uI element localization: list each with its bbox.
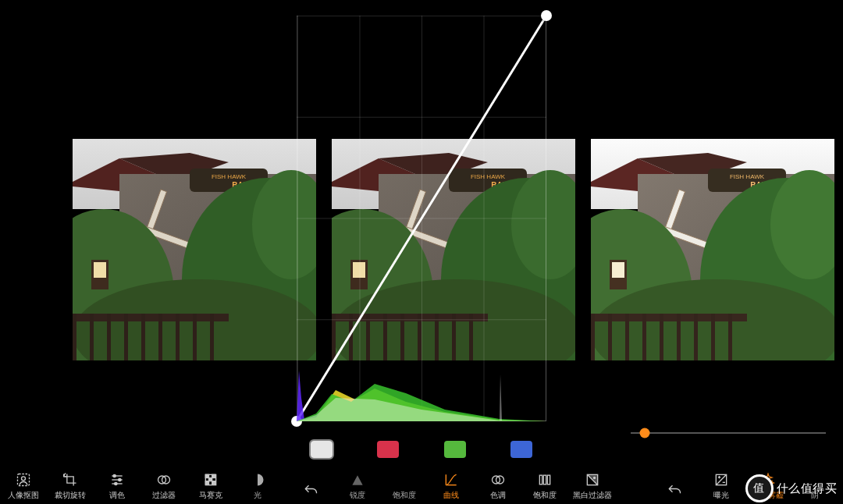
slider-thumb[interactable] [639,428,649,438]
tool-saturation-a[interactable]: 饱和度 [381,471,428,501]
tool-label: 调色 [109,490,125,501]
svg-text:FISH HAWK: FISH HAWK [212,173,247,180]
undo-icon [666,482,683,499]
svg-rect-21 [210,314,214,360]
tool-portrait-cutout[interactable]: 人像抠图 [0,471,47,501]
preview-edited[interactable]: FISH HAWK BAR [591,139,834,360]
svg-rect-23 [94,262,106,278]
slider-track [631,432,826,434]
bottom-toolbar: 人像抠图裁切旋转调色过滤器马赛克光 锐度饱和度曲线色调饱和度黑白过滤器 曝光去除… [0,468,843,501]
tool-mosaic[interactable]: 马赛克 [187,471,234,501]
svg-rect-91 [205,481,208,484]
svg-rect-77 [18,474,30,486]
tool-label: 光 [254,490,261,501]
curves-channel-picker [297,438,546,460]
dehaze-slider[interactable] [631,424,826,442]
tool-label: 色调 [490,490,506,501]
svg-rect-62 [608,314,612,360]
svg-rect-66 [677,314,681,360]
tool-undo[interactable] [287,471,334,501]
svg-rect-69 [728,314,732,360]
channel-swatch-green[interactable] [444,441,466,458]
tool-label: 去除雾霾 [752,490,784,501]
tool-dehaze[interactable]: 去除雾霾 [745,471,791,501]
contrast-square-icon [584,471,601,488]
tool-tune[interactable]: 调色 [94,471,140,501]
tool-light[interactable]: 光 [234,471,281,501]
svg-rect-96 [543,475,546,484]
half-circle-icon [249,471,266,488]
svg-rect-68 [711,314,715,360]
tool-label: 人像抠图 [8,490,39,501]
mosaic-icon [202,471,219,488]
svg-point-78 [22,477,26,481]
tool-exposure[interactable]: 曝光 [698,471,745,501]
rings-icon [489,471,507,488]
person-crop-icon [15,471,32,488]
svg-rect-95 [539,475,542,484]
tool-undo-right[interactable] [651,471,698,501]
tool-label: 饱和度 [393,490,416,501]
svg-rect-15 [107,314,111,360]
curves-knob-shadow[interactable] [291,416,302,427]
svg-point-99 [593,477,596,479]
svg-rect-16 [124,314,128,360]
tool-crop-rotate[interactable]: 裁切旋转 [47,471,94,501]
svg-rect-60 [591,314,747,321]
preview-original[interactable]: FISH HAWK BAR [73,139,316,360]
tool-label: 裁切旋转 [55,490,86,501]
svg-text:FISH HAWK: FISH HAWK [730,173,765,180]
tool-label: 曲线 [443,490,459,501]
exposure-icon [713,471,730,488]
svg-rect-61 [591,314,595,360]
triangle-icon [349,471,366,488]
svg-point-82 [113,474,116,477]
svg-rect-20 [193,314,197,360]
blank-icon [806,471,823,488]
tool-label: 饱和度 [533,490,557,501]
svg-point-84 [115,482,117,484]
svg-rect-14 [90,314,94,360]
curves-knob-highlight[interactable] [541,10,552,21]
crop-rotate-icon [62,471,79,488]
curve-icon [443,471,460,488]
undo-icon [302,482,319,499]
tool-curves[interactable]: 曲线 [428,471,475,501]
svg-rect-65 [660,314,663,360]
curves-grid[interactable] [297,16,546,421]
tool-label: 锐度 [350,490,365,501]
svg-rect-92 [212,481,215,484]
channel-swatch-blue[interactable] [510,441,532,458]
curves-editor[interactable] [297,16,546,421]
svg-rect-13 [73,314,76,360]
tool-label: 阴 [811,490,819,501]
svg-rect-71 [612,262,624,278]
tool-filter[interactable]: 过滤器 [140,471,187,501]
svg-rect-12 [73,314,229,321]
tool-bw-filter[interactable]: 黑白过滤器 [568,471,617,501]
tool-shadows[interactable]: 阴 [791,471,838,501]
svg-rect-63 [625,314,629,360]
svg-rect-67 [694,314,698,360]
tool-label: 曝光 [713,490,729,501]
tool-label: 黑白过滤器 [573,490,612,501]
tool-hue[interactable]: 色调 [475,471,521,501]
rings-icon [155,471,173,488]
columns-icon [536,471,553,488]
svg-rect-17 [141,314,145,360]
channel-swatch-white[interactable] [311,441,333,458]
channel-swatch-red[interactable] [377,441,399,458]
tool-sharpness[interactable]: 锐度 [334,471,381,501]
tool-label: 过滤器 [152,490,176,501]
svg-rect-97 [547,475,550,484]
blank-icon [396,471,413,488]
svg-rect-64 [642,314,646,360]
sparkle-icon [759,471,777,488]
svg-point-83 [119,478,121,481]
sliders-icon [108,471,126,488]
tool-saturation[interactable]: 饱和度 [521,471,568,501]
svg-rect-19 [176,314,180,360]
svg-rect-18 [158,314,162,360]
tool-label: 马赛克 [199,490,222,501]
